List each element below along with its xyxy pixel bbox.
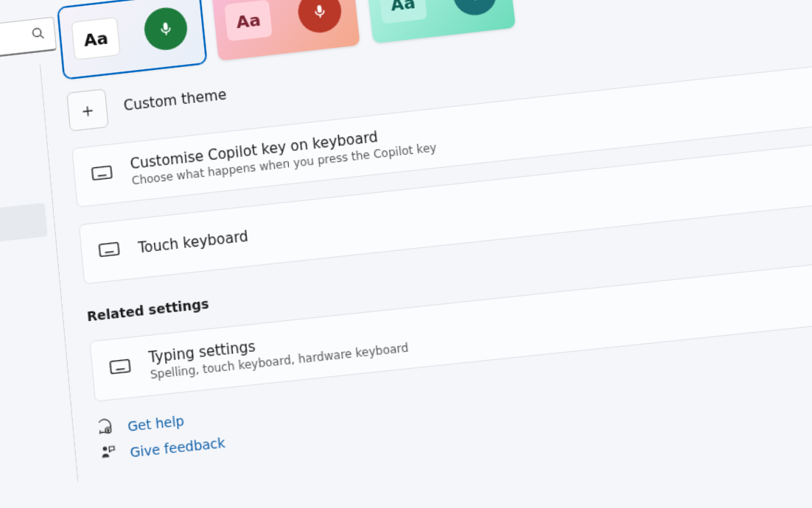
keyboard-icon bbox=[98, 241, 120, 261]
keyboard-icon bbox=[109, 358, 131, 379]
custom-theme-label: Custom theme bbox=[123, 86, 228, 114]
search-icon bbox=[31, 26, 46, 45]
microphone-icon bbox=[296, 0, 343, 35]
microphone-icon bbox=[451, 0, 499, 18]
sidebar: Home System Bluetooth & devices Network … bbox=[0, 64, 78, 507]
svg-text:?: ? bbox=[107, 428, 110, 433]
svg-point-14 bbox=[102, 446, 107, 451]
keyboard-icon bbox=[91, 164, 113, 185]
theme-sample-text: Aa bbox=[378, 0, 427, 24]
add-custom-theme-button[interactable]: ＋ bbox=[66, 88, 109, 131]
svg-line-9 bbox=[105, 252, 114, 253]
microphone-icon bbox=[142, 5, 189, 52]
svg-rect-2 bbox=[92, 166, 112, 180]
theme-option-pink[interactable]: Aa bbox=[211, 0, 360, 61]
get-help-label: Get help bbox=[127, 412, 185, 434]
search-input[interactable] bbox=[0, 27, 32, 68]
svg-line-7 bbox=[98, 175, 107, 176]
theme-sample-text: Aa bbox=[71, 17, 120, 60]
svg-line-11 bbox=[116, 369, 125, 370]
theme-option-teal[interactable]: Aa bbox=[365, 0, 516, 43]
give-feedback-label: Give feedback bbox=[129, 434, 225, 459]
theme-option-light[interactable]: Aa bbox=[59, 0, 206, 78]
help-icon: ? bbox=[97, 417, 116, 440]
sidebar-item-windows-update[interactable]: Windows Update bbox=[0, 448, 70, 506]
svg-line-1 bbox=[40, 34, 43, 38]
plus-icon: ＋ bbox=[77, 96, 98, 124]
theme-sample-text: Aa bbox=[224, 0, 273, 41]
svg-rect-8 bbox=[99, 242, 119, 256]
feedback-icon bbox=[99, 443, 118, 465]
svg-rect-10 bbox=[110, 359, 130, 373]
